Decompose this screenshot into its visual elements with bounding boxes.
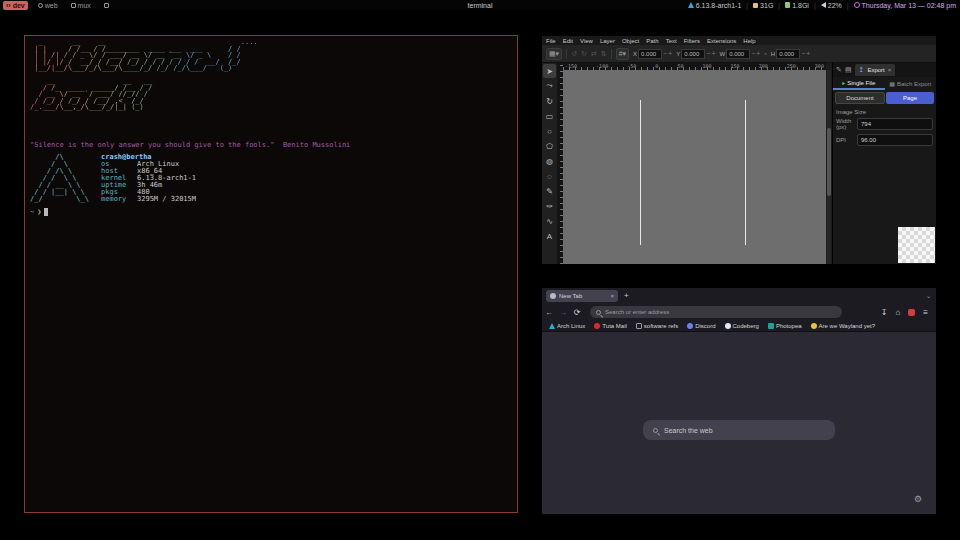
page-button[interactable]: Page [886, 92, 934, 104]
back-icon[interactable]: ← [542, 308, 556, 317]
flip-vertical-icon[interactable]: ⇅ [601, 50, 607, 58]
snap-dropdown[interactable]: #▾ [616, 48, 629, 60]
terminal-window[interactable]: _ __ __ .... | | / /__ / /________ ____ … [24, 35, 518, 513]
bookmark-label: Photopea [776, 323, 802, 329]
close-tab-icon[interactable]: × [610, 293, 614, 299]
workspace-web[interactable]: web [35, 1, 61, 10]
gear-icon[interactable]: ⚙ [914, 494, 922, 504]
x-input[interactable]: 0.000 [638, 49, 662, 59]
new-tab-page: Search the web ⚙ [542, 332, 936, 514]
bookmark-are-we-wayland-yet[interactable]: Are we Wayland yet? [811, 323, 875, 329]
select-mode-dropdown[interactable]: ▦▾ [546, 48, 562, 60]
web-search-box[interactable]: Search the web [643, 420, 835, 440]
w-decrement[interactable]: − [751, 50, 755, 57]
home-icon[interactable]: ⌂ [895, 308, 900, 317]
w-input[interactable]: 0.000 [726, 49, 750, 59]
shell-prompt[interactable]: ~ ❯ [30, 208, 48, 216]
rectangle-tool-icon[interactable]: ▭ [543, 109, 556, 123]
prompt-symbol: ❯ [37, 208, 41, 216]
bookmark-tuta-mail[interactable]: Tuta Mail [594, 323, 626, 329]
x-decrement[interactable]: − [663, 50, 667, 57]
menu-edit[interactable]: Edit [563, 38, 573, 44]
status-bar: ‹› dev web mux terminal 6.13.8-arch1-1 |… [0, 0, 960, 10]
close-icon[interactable]: × [888, 67, 892, 73]
dpi-label: DPI [836, 137, 854, 143]
tab-favicon-globe [550, 293, 556, 299]
pencil-tool-icon[interactable]: ✎ [543, 184, 556, 198]
bookmark-folder-software-refs[interactable]: software refs [636, 323, 678, 329]
batch-export-tab[interactable]: ▦ Batch Export [885, 77, 937, 90]
forward-icon[interactable]: → [556, 308, 570, 317]
lock-ratio-icon[interactable]: ▪ [764, 50, 766, 57]
menu-icon[interactable]: ≡ [923, 308, 928, 317]
spiral-tool-icon[interactable]: ◌ [543, 169, 556, 183]
quote-line: "Silence is the only answer you should g… [30, 141, 350, 149]
document-button[interactable]: Document [835, 92, 885, 104]
pen-tool-icon[interactable]: ✑ [543, 199, 556, 213]
text-tool-icon[interactable]: A [543, 229, 556, 243]
bookmark-codeberg[interactable]: Codeberg [725, 323, 759, 329]
single-file-tab[interactable]: ▸ Single File [833, 77, 885, 90]
menu-help[interactable]: Help [743, 38, 755, 44]
workspace-dev[interactable]: ‹› dev [3, 1, 28, 10]
w-increment[interactable]: + [756, 50, 760, 57]
x-increment[interactable]: + [668, 50, 672, 57]
workspace-label: mux [78, 2, 91, 9]
bookmark-label: Are we Wayland yet? [819, 323, 875, 329]
layers-dialog-icon[interactable]: ▤ [845, 66, 852, 74]
height-field: H 0.000 − + [771, 49, 811, 59]
calligraphy-tool-icon[interactable]: ∿ [543, 214, 556, 228]
reload-icon[interactable]: ⟳ [570, 308, 584, 317]
export-dialog-tab[interactable]: ↥ Export × [855, 64, 896, 76]
ellipse-tool-icon[interactable]: ○ [543, 124, 556, 138]
bookmark-discord[interactable]: Discord [687, 323, 715, 329]
shape-builder-tool-icon[interactable]: ↻ [543, 94, 556, 108]
workspace-mux[interactable]: mux [68, 1, 94, 10]
pencil-dialog-icon[interactable]: ✎ [836, 66, 842, 74]
new-tab-button[interactable]: + [624, 291, 629, 300]
box3d-tool-icon[interactable]: ◍ [543, 154, 556, 168]
rotate-ccw-icon[interactable]: ↺ [571, 50, 577, 58]
batch-export-label: Batch Export [897, 81, 931, 87]
bookmark-photopea[interactable]: Photopea [768, 323, 802, 329]
quote-author: Benito Mussolini [283, 141, 350, 149]
workspace-label: web [45, 2, 58, 9]
h-increment[interactable]: + [806, 50, 810, 57]
list-tabs-chevron-icon[interactable]: ⌄ [926, 292, 931, 299]
globe-icon [38, 3, 43, 8]
menu-path[interactable]: Path [646, 38, 658, 44]
drawing-canvas[interactable] [563, 70, 826, 264]
menu-view[interactable]: View [580, 38, 593, 44]
menu-file[interactable]: File [546, 38, 556, 44]
menu-layer[interactable]: Layer [600, 38, 615, 44]
h-input[interactable]: 0.000 [776, 49, 800, 59]
menu-object[interactable]: Object [622, 38, 639, 44]
menu-text[interactable]: Text [666, 38, 677, 44]
workspace-empty[interactable] [101, 1, 114, 10]
separator: | [746, 2, 748, 9]
export-width-input[interactable]: 794 [857, 118, 933, 130]
export-panel: ✎ ▤ ↥ Export × ▸ Single File ▦ Batch Exp… [832, 63, 936, 264]
menu-filters[interactable]: Filters [684, 38, 700, 44]
arch-ascii-logo: /\ / \ / /\ \ / / \ \ / / __ \ \ / / |__… [30, 154, 89, 203]
horizontal-ruler[interactable]: -150 -100 -50 0 50 100 150 200 250 300 [563, 63, 826, 70]
bookmark-arch-linux[interactable]: Arch Linux [549, 323, 585, 329]
ublock-extension-icon[interactable] [908, 309, 915, 316]
address-bar[interactable]: Search or enter address [590, 306, 842, 318]
text-cursor [44, 208, 48, 216]
y-increment[interactable]: + [711, 50, 715, 57]
h-decrement[interactable]: − [801, 50, 805, 57]
downloads-icon[interactable]: ↧ [881, 308, 888, 317]
rotate-cw-icon[interactable]: ↻ [581, 50, 587, 58]
canvas-scrollbar[interactable] [827, 70, 831, 264]
export-dpi-input[interactable]: 96.00 [857, 134, 933, 146]
selector-tool-icon[interactable]: ➤ [543, 64, 556, 78]
y-input[interactable]: 0.000 [681, 49, 705, 59]
star-tool-icon[interactable]: ⬠ [543, 139, 556, 153]
y-decrement[interactable]: − [706, 50, 710, 57]
node-tool-icon[interactable]: ⤳ [543, 79, 556, 93]
scrollbar-thumb[interactable] [827, 128, 831, 196]
flip-horizontal-icon[interactable]: ⇄ [591, 50, 597, 58]
browser-tab[interactable]: New Tab × [546, 290, 618, 302]
menu-extensions[interactable]: Extensions [707, 38, 736, 44]
